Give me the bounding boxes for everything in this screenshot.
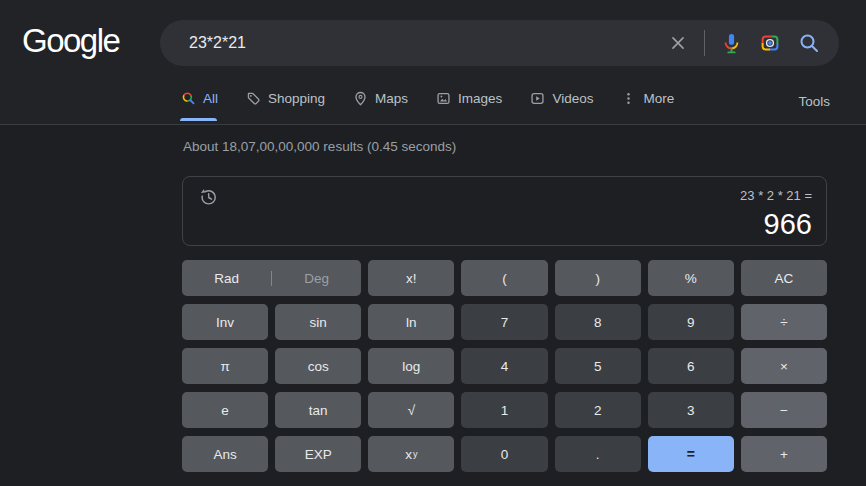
microphone-icon[interactable] (720, 32, 743, 55)
results-area: About 18,07,00,00,000 results (0.45 seco… (0, 126, 866, 486)
sqrt-key[interactable]: √ (368, 392, 454, 428)
history-icon[interactable] (197, 186, 219, 208)
power-exponent: y (413, 449, 418, 459)
deg-label[interactable]: Deg (272, 271, 361, 286)
tab-more[interactable]: More (621, 91, 674, 106)
tab-videos[interactable]: Videos (530, 91, 593, 106)
minus-key[interactable]: − (741, 392, 827, 428)
power-key[interactable]: xy (368, 436, 454, 472)
tab-images[interactable]: Images (436, 91, 502, 106)
tab-all-label: All (203, 91, 218, 106)
clear-icon[interactable] (667, 32, 689, 54)
digit-8-key[interactable]: 8 (555, 304, 641, 340)
inv-key[interactable]: Inv (182, 304, 268, 340)
search-input[interactable] (160, 20, 667, 66)
tab-maps-label: Maps (375, 91, 408, 106)
e-key[interactable]: e (182, 392, 268, 428)
close-paren-key[interactable]: ) (555, 260, 641, 296)
divide-key[interactable]: ÷ (741, 304, 827, 340)
equals-key[interactable]: = (648, 436, 734, 472)
ac-key[interactable]: AC (741, 260, 827, 296)
videos-icon (530, 91, 545, 106)
digit-1-key[interactable]: 1 (461, 392, 547, 428)
power-base: x (405, 447, 412, 462)
google-logo[interactable]: Google (22, 22, 119, 60)
tan-key[interactable]: tan (275, 392, 361, 428)
calculator-display: 23 * 2 * 21 = 966 (182, 176, 827, 246)
tools-button[interactable]: Tools (798, 94, 830, 109)
plus-key[interactable]: + (741, 436, 827, 472)
shopping-tag-icon (246, 91, 261, 106)
result-stats: About 18,07,00,00,000 results (0.45 seco… (183, 139, 456, 154)
search-bar-divider (704, 30, 705, 56)
cos-key[interactable]: cos (275, 348, 361, 384)
tab-shopping-label: Shopping (268, 91, 325, 106)
percent-key[interactable]: % (648, 260, 734, 296)
digit-5-key[interactable]: 5 (555, 348, 641, 384)
ans-key[interactable]: Ans (182, 436, 268, 472)
tab-shopping[interactable]: Shopping (246, 91, 325, 106)
sin-key[interactable]: sin (275, 304, 361, 340)
log-key[interactable]: log (368, 348, 454, 384)
search-icon[interactable] (797, 31, 821, 55)
active-tab-underline (180, 118, 217, 121)
calculator-keypad: Rad Deg x! ( ) % AC Inv sin ln 7 8 9 ÷ π… (182, 260, 827, 472)
digit-0-key[interactable]: 0 (461, 436, 547, 472)
search-bar[interactable] (160, 20, 839, 66)
search-header: Google (0, 0, 866, 125)
tab-more-label: More (643, 91, 674, 106)
rad-deg-toggle[interactable]: Rad Deg (182, 260, 361, 296)
lens-camera-icon[interactable] (758, 31, 782, 55)
digit-7-key[interactable]: 7 (461, 304, 547, 340)
ln-key[interactable]: ln (368, 304, 454, 340)
tab-images-label: Images (458, 91, 502, 106)
multiply-key[interactable]: × (741, 348, 827, 384)
digit-4-key[interactable]: 4 (461, 348, 547, 384)
calc-expression: 23 * 2 * 21 = (740, 186, 812, 203)
digit-2-key[interactable]: 2 (555, 392, 641, 428)
exp-key[interactable]: EXP (275, 436, 361, 472)
maps-pin-icon (353, 91, 368, 106)
open-paren-key[interactable]: ( (461, 260, 547, 296)
images-icon (436, 91, 451, 106)
rad-label[interactable]: Rad (182, 271, 271, 286)
tab-maps[interactable]: Maps (353, 91, 408, 106)
tab-videos-label: Videos (552, 91, 593, 106)
result-tabs: All Shopping Maps Images (181, 91, 674, 106)
more-dots-icon (621, 91, 636, 106)
digit-3-key[interactable]: 3 (648, 392, 734, 428)
all-search-icon (181, 91, 196, 106)
digit-6-key[interactable]: 6 (648, 348, 734, 384)
tab-all[interactable]: All (181, 91, 218, 106)
calculator-widget: 23 * 2 * 21 = 966 Rad Deg x! ( ) % AC In… (182, 176, 827, 472)
calc-result: 966 (197, 209, 812, 239)
decimal-key[interactable]: . (555, 436, 641, 472)
pi-key[interactable]: π (182, 348, 268, 384)
factorial-key[interactable]: x! (368, 260, 454, 296)
digit-9-key[interactable]: 9 (648, 304, 734, 340)
